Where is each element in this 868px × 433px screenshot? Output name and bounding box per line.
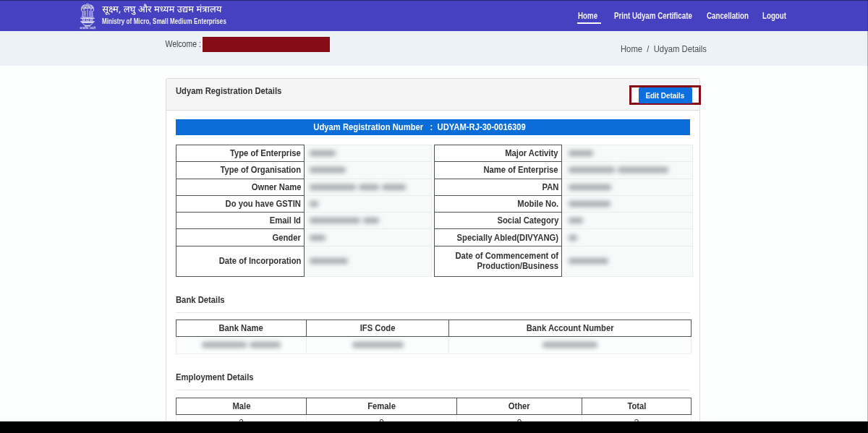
- detail-row: Major Activity: [435, 145, 693, 162]
- field-value-redacted: [305, 246, 432, 276]
- nav-link-print-udyam-certificate[interactable]: Print Udyam Certificate: [614, 11, 692, 21]
- employment-col-other: Other: [457, 398, 582, 415]
- page-title: Udyam Registration Details: [176, 86, 281, 96]
- registration-number-separator: :: [430, 122, 433, 132]
- ministry-title-english: Ministry of Micro, Small Medium Enterpri…: [102, 17, 226, 25]
- field-label-text: Gender: [273, 233, 301, 243]
- top-navbar: सूक्ष्म, लघु और मध्यम उद्यम मंत्रालय Min…: [0, 0, 868, 31]
- nav-link-logout[interactable]: Logout: [762, 11, 786, 21]
- breadcrumb-separator: /: [642, 44, 654, 54]
- bank-details-heading-text: Bank Details: [176, 295, 225, 305]
- nav-link-home[interactable]: Home: [578, 11, 597, 21]
- bank-col-ifs-code: IFS Code: [307, 320, 449, 337]
- redacted-value-blob: [310, 150, 336, 156]
- redacted-value-blob: [310, 258, 348, 264]
- field-label: Name of Enterprise: [435, 162, 562, 179]
- field-label-text: PAN: [542, 182, 558, 192]
- redacted-value: [569, 201, 692, 207]
- field-label: Date of Incorporation: [176, 246, 305, 276]
- bottom-letterbox-bar: [0, 421, 868, 433]
- bank-col-bank-name: Bank Name: [176, 320, 307, 337]
- redacted-value-blob: [542, 342, 597, 348]
- redacted-value-blob: [618, 167, 668, 173]
- redacted-value-blob: [569, 235, 577, 241]
- redacted-value: [310, 258, 431, 264]
- field-label-text: Name of Enterprise: [484, 165, 558, 175]
- column-header-text: Total: [627, 401, 646, 411]
- detail-row: PAN: [435, 179, 693, 195]
- breadcrumb-home[interactable]: Home: [621, 44, 642, 54]
- nav-link-cancellation[interactable]: Cancellation: [707, 11, 749, 21]
- field-label: PAN: [435, 179, 562, 195]
- field-label: Major Activity: [435, 145, 562, 162]
- field-label: Type of Enterprise: [176, 145, 305, 162]
- redacted-value-blob: [382, 184, 406, 190]
- column-header-text: Female: [367, 401, 396, 411]
- bank-details-table: Bank Name IFS Code Bank Account Number: [176, 320, 692, 354]
- breadcrumb-text: Home/Udyam Details: [621, 44, 707, 54]
- field-label-text: Date of Incorporation: [218, 256, 301, 266]
- redacted-value-blob: [363, 218, 379, 223]
- field-value-redacted: [562, 213, 693, 229]
- table-header-row: Male Female Other Total: [176, 398, 692, 415]
- field-label: Type of Organisation: [176, 162, 305, 179]
- edit-button-highlight-annotation: Edit Details: [629, 85, 701, 105]
- redacted-value-blob: [310, 184, 356, 190]
- edit-details-button[interactable]: Edit Details: [639, 87, 692, 103]
- redacted-value: [569, 184, 692, 190]
- detail-row: Name of Enterprise: [435, 162, 693, 179]
- redacted-value: [310, 167, 431, 173]
- udyam-details-card: Udyam Registration Details Edit Details …: [166, 78, 700, 433]
- redacted-value: [569, 167, 692, 173]
- redacted-value-blob: [569, 167, 615, 173]
- column-header-text: Other: [509, 401, 530, 411]
- field-label: Owner Name: [176, 179, 305, 195]
- redacted-value-blob: [359, 184, 379, 190]
- edit-details-button-label: Edit Details: [646, 91, 685, 100]
- registration-number-label: Udyam Registration Number: [314, 122, 424, 132]
- column-header-text: Bank Account Number: [527, 323, 614, 333]
- redacted-value-blob: [352, 342, 404, 348]
- redacted-value: [307, 342, 448, 348]
- india-national-emblem-icon: [77, 2, 98, 32]
- card-header: Udyam Registration Details Edit Details: [166, 79, 699, 111]
- detail-row: Mobile No.: [435, 195, 693, 212]
- redacted-value-blob: [569, 218, 583, 223]
- redacted-value: [310, 235, 431, 241]
- field-label: Email Id: [176, 213, 305, 229]
- field-label: Do you have GSTIN: [176, 195, 305, 212]
- field-label-text: Type of Organisation: [220, 165, 301, 175]
- redacted-value: [176, 342, 306, 348]
- field-label-text: Major Activity: [506, 148, 558, 158]
- bank-section-rule: [176, 312, 690, 313]
- field-value-redacted: [562, 246, 693, 276]
- field-value-redacted: [562, 145, 693, 162]
- detail-row: Type of Organisation: [176, 162, 432, 179]
- bank-col-account-number: Bank Account Number: [449, 320, 692, 337]
- field-value-redacted: [305, 195, 432, 212]
- ifs-code-value-redacted: [307, 337, 449, 354]
- table-header-row: Bank Name IFS Code Bank Account Number: [176, 320, 692, 337]
- registration-number-banner: Udyam Registration Number : UDYAM-RJ-30-…: [176, 119, 690, 135]
- field-label-text: Do you have GSTIN: [226, 199, 301, 209]
- detail-row: Email Id: [176, 213, 432, 229]
- field-label: Social Category: [435, 213, 562, 229]
- employment-details-heading: Employment Details: [176, 372, 690, 382]
- employment-section-rule: [176, 390, 690, 390]
- redacted-value-blob: [202, 342, 247, 348]
- employment-details-heading-text: Employment Details: [176, 372, 254, 382]
- field-label: Gender: [176, 229, 305, 246]
- field-label: Specially Abled(DIVYANG): [435, 229, 562, 246]
- redacted-value-blob: [569, 150, 593, 156]
- detail-row: Owner Name: [176, 179, 432, 195]
- field-value-redacted: [562, 195, 693, 212]
- account-number-value-redacted: [449, 337, 692, 354]
- details-table-left: Type of EnterpriseType of OrganisationOw…: [176, 145, 432, 277]
- udyam-portal-screen: सूक्ष्म, लघु और मध्यम उद्यम मंत्रालय Min…: [0, 0, 868, 433]
- redacted-value: [449, 342, 691, 348]
- detail-row: Date of Incorporation: [176, 246, 432, 276]
- field-value-redacted: [305, 179, 432, 195]
- welcome-label: Welcome :: [0, 39, 201, 49]
- redacted-value: [569, 150, 692, 156]
- redacted-value-blob: [310, 167, 346, 173]
